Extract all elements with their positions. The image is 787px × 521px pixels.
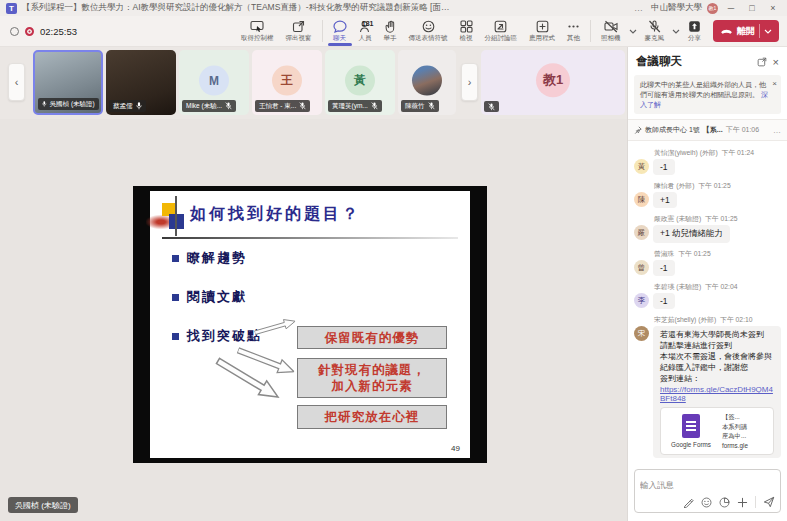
link-card-text: 【簽... 本系列講 座為中... forms.gle [722, 412, 748, 450]
breakout-rooms-icon [494, 20, 507, 33]
participant-name: 黃瓊英(ym... [332, 102, 368, 111]
banner-close-icon[interactable]: × [772, 78, 777, 89]
leave-button[interactable]: 離開 [713, 20, 779, 42]
message-bubble: +1 幼兒情緒能力 [653, 225, 730, 243]
message-time: 下午 01:24 [722, 149, 755, 156]
chat-message: 黃怡潔(yiweih) (外部) 下午 01:24 黃 -1 [634, 148, 781, 175]
leave-options-chevron-icon[interactable] [764, 29, 772, 34]
meeting-timer: 02:25:53 [40, 26, 77, 37]
message-time: 下午 01:25 [705, 215, 738, 222]
message-author: 陳怡君 (外部) [654, 182, 694, 189]
sticker-icon[interactable] [719, 497, 730, 508]
participant-name: 王怡君 - 東... [259, 102, 296, 111]
slide-bullet: 閱讀文獻 [187, 288, 247, 306]
mic-off-icon [428, 102, 435, 110]
chat-button[interactable]: 聊天 [327, 18, 353, 44]
avatar: 曾 [634, 260, 649, 275]
filmstrip-next-button[interactable]: › [461, 63, 478, 101]
emoji-icon [422, 20, 435, 33]
chat-message: 嚴政憲 (未驗證) 下午 01:25 嚴 +1 幼兒情緒能力 [634, 214, 781, 243]
message-time: 下午 01:25 [698, 182, 731, 189]
avatar: 黃 [345, 65, 375, 95]
avatar-tile[interactable]: 王 王怡君 - 東... [252, 50, 322, 115]
external-users-banner: 此聊天中的某些人是組織外部的人員，他們可能有適用於聊天的相關訊息原則。 深入了解… [634, 75, 781, 114]
chat-popout-icon[interactable] [757, 57, 767, 67]
signin-link[interactable]: https://forms.gle/CaczDtH9QM4BFt848 [660, 385, 774, 403]
apps-button[interactable]: 應用程式 [523, 18, 561, 44]
video-tile[interactable]: 蔡孟儒 [106, 50, 176, 115]
raise-hand-icon [384, 20, 397, 33]
popout-button[interactable]: 彈出視窗 [280, 18, 318, 44]
mic-off-icon [225, 102, 232, 110]
recording-icon [25, 27, 34, 36]
google-forms-icon [682, 414, 700, 438]
emoji-icon[interactable] [701, 497, 712, 508]
avatar-tile[interactable]: M Mike (未驗... [179, 50, 249, 115]
chat-panel: 會議聊天 × 此聊天中的某些人是組織外部的人員，他們可能有適用於聊天的相關訊息原… [627, 47, 787, 521]
mic-on-icon [42, 100, 47, 108]
camera-options-chevron[interactable] [627, 27, 639, 36]
mic-off-icon [299, 102, 306, 110]
close-button[interactable]: × [765, 3, 781, 13]
filmstrip-prev-button[interactable]: ‹ [8, 63, 25, 101]
pinned-more-icon[interactable]: … [773, 126, 781, 135]
hang-up-icon [720, 27, 733, 36]
message-input[interactable] [640, 480, 775, 490]
camera-off-icon [604, 20, 618, 33]
account-avatar[interactable]: 教1 [707, 3, 718, 14]
meeting-toolbar: 02:25:53 取得控制權 彈出視窗 聊天 131 人員 舉手 [0, 16, 787, 47]
send-icon[interactable] [763, 496, 775, 508]
minimize-button[interactable]: ─ [723, 3, 739, 13]
avatar: 王 [272, 65, 302, 95]
format-icon[interactable] [683, 497, 694, 508]
message-time: 下午 02:04 [705, 283, 738, 290]
slide-bullet: 瞭解趨勢 [187, 249, 247, 267]
chat-message: 陳怡君 (外部) 下午 01:25 陳 +1 [634, 181, 781, 208]
chat-message: 宋芝茹(shelly) (外部) 下午 02:10 宋 若還有東海大學師長尚未簽… [634, 315, 781, 458]
pinned-message[interactable]: 教師成長中心 1號 【系... 下午 01:06 … [628, 119, 787, 141]
message-time: 下午 02:10 [720, 316, 753, 323]
slide-divider [162, 237, 458, 239]
raise-hand-button[interactable]: 舉手 [378, 18, 403, 44]
chat-icon [333, 20, 347, 33]
presentation-slide: 如何找到好的題目？ 瞭解趨勢 閱讀文獻 找到突破點 保留既有的優勢 針對現有的議… [150, 191, 470, 458]
mic-off-icon [648, 20, 661, 33]
avatar: 陳 [634, 192, 649, 207]
mic-button[interactable]: 麥克風 [639, 18, 671, 44]
chat-panel-title: 會議聊天 [636, 54, 751, 69]
compose-box[interactable] [634, 469, 781, 513]
people-button[interactable]: 131 人員 [353, 18, 378, 44]
share-button[interactable]: 分享 [682, 18, 707, 44]
slide-page-number: 49 [451, 444, 460, 453]
message-bubble: -1 [653, 293, 675, 309]
view-grid-icon [460, 20, 473, 33]
avatar-tile-large[interactable]: 教1 [481, 50, 625, 115]
view-button[interactable]: 檢視 [454, 18, 479, 44]
window-titlebar: T 【系列課程一】數位共學力：AI教學與研究設計的優化解方（TEAMS直播）-科… [0, 0, 787, 16]
slide-decoration [169, 214, 184, 229]
apps-icon [536, 20, 549, 33]
more-button[interactable]: 其他 [561, 18, 586, 44]
camera-button[interactable]: 照相機 [595, 18, 627, 44]
titlebar-more-icon[interactable]: … [631, 3, 646, 13]
link-preview-card[interactable]: Google Forms 【簽... 本系列講 座為中... forms.gle [660, 407, 774, 455]
video-tile[interactable]: 吳國楨 (未驗證) [33, 50, 103, 115]
chat-message: 李碧瑛 (未驗證) 下午 02:04 李 -1 [634, 282, 781, 309]
chat-message-list[interactable]: 黃怡潔(yiweih) (外部) 下午 01:24 黃 -1 陳怡君 (外部) … [628, 141, 787, 464]
mic-options-chevron[interactable] [670, 27, 682, 36]
banner-text: 此聊天中的某些人是組織外部的人員，他們可能有適用於聊天的相關訊息原則。 [640, 81, 766, 98]
maximize-button[interactable]: □ [744, 3, 760, 13]
avatar-tile[interactable]: 陳薇竹 [398, 50, 456, 115]
chat-close-icon[interactable]: × [773, 56, 779, 68]
slide-box: 針對現有的議題， 加入新的元素 [297, 358, 447, 398]
plus-icon[interactable] [737, 497, 748, 508]
breakout-rooms-button[interactable]: 分組討論區 [479, 18, 524, 44]
reactions-button[interactable]: 傳送表情符號 [403, 18, 454, 44]
avatar-tile[interactable]: 黃 黃瓊英(ym... [325, 50, 395, 115]
take-control-button[interactable]: 取得控制權 [235, 18, 280, 44]
participant-name: Mike (未驗... [186, 102, 222, 111]
message-bubble: 若還有東海大學師長尚未簽到 請點擊連結進行簽到 本場次不需簽退，會後會將參與紀錄… [653, 326, 781, 458]
avatar: 宋 [634, 326, 649, 341]
take-control-icon [250, 20, 264, 33]
pin-icon [634, 126, 642, 134]
